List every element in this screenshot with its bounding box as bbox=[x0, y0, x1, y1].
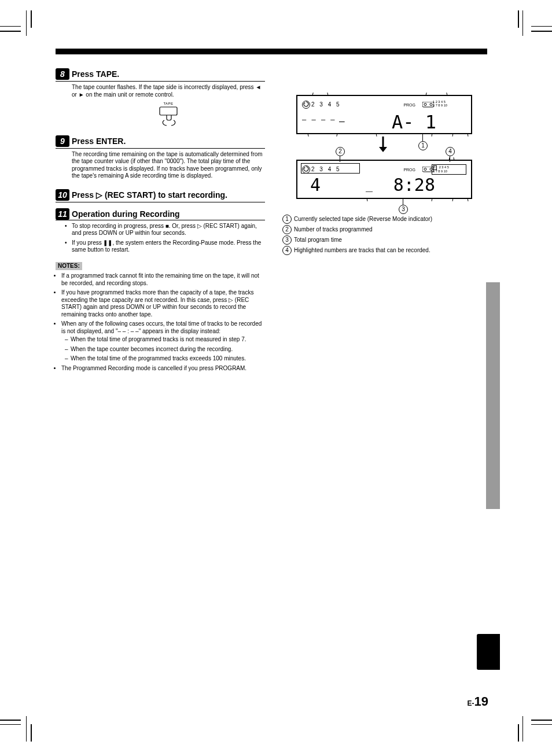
step-8-number: 8 bbox=[56, 68, 69, 80]
step-11-header: 11 Operation during Recording bbox=[56, 207, 265, 221]
cropmark bbox=[531, 26, 552, 27]
note-3-sub-2: When the tape counter becomes incorrect … bbox=[71, 346, 265, 353]
current-disc-bottom bbox=[302, 165, 310, 174]
disc-indicator-bottom: 2 3 4 5 bbox=[302, 165, 341, 174]
disc-indicator-top: 2 3 4 5 bbox=[302, 101, 341, 109]
page-thumb-tab bbox=[477, 634, 500, 670]
step-9-header: 9 Press ENTER. bbox=[56, 134, 265, 149]
cropmark bbox=[0, 31, 21, 32]
tape-icon-top bbox=[422, 102, 434, 109]
cropmark bbox=[31, 10, 32, 28]
dash-left: – – – – bbox=[302, 116, 336, 124]
right-column: 2 3 4 5 PROG 1 2 3 4 5 6 7 8 9 10 – – – … bbox=[282, 67, 484, 256]
step-11-bullet-1: To stop recording in progress, press ■. … bbox=[72, 223, 265, 237]
side-tab bbox=[486, 282, 500, 509]
note-3: When any of the following cases occurs, … bbox=[61, 320, 265, 363]
lcd-bottom: 2 3 4 5 PROG 1 2 3 4 5 6 7 8 9 10 4 _ 8:… bbox=[296, 160, 472, 199]
note-3-sub-3: When the total time of the programmed tr… bbox=[71, 355, 265, 363]
page-number: E-19 bbox=[419, 694, 488, 709]
note-2: If you have programmed tracks more than … bbox=[61, 289, 265, 318]
lcd-bottom-left: 4 bbox=[310, 175, 322, 195]
step-8-title: Press TAPE. bbox=[72, 69, 119, 79]
callout-4: 4 bbox=[446, 147, 455, 156]
step-11-bullet-2: If you press ❚❚, the system enters the R… bbox=[72, 239, 265, 254]
cropmark bbox=[26, 10, 27, 36]
notes-section: NOTES: If a programmed track cannot fit … bbox=[56, 262, 265, 373]
lcd-top-value: A- 1 bbox=[392, 111, 436, 133]
annot-3: Total program time bbox=[294, 237, 342, 243]
cropmark bbox=[522, 10, 523, 36]
tape-button-label: TAPE bbox=[154, 102, 182, 106]
header-rule bbox=[56, 49, 487, 54]
step-11-intro: Operation during Recording bbox=[72, 209, 180, 219]
calendar-bottom: 1 2 3 4 5 6 7 8 9 10 bbox=[433, 165, 466, 173]
step-9-title: Press ENTER. bbox=[72, 137, 126, 146]
annot-num-1: 1 bbox=[282, 215, 292, 224]
cropmark bbox=[531, 724, 552, 725]
step-8-text: The tape counter flashes. If the tape si… bbox=[72, 84, 265, 98]
svg-point-6 bbox=[424, 168, 426, 171]
cropmark bbox=[0, 720, 21, 721]
annot-1: Currently selected tape side (Reverse Mo… bbox=[294, 216, 432, 222]
note-1: If a programmed track cannot fit into th… bbox=[61, 272, 265, 287]
tape-icon-bottom bbox=[422, 167, 434, 174]
step-10-number: 10 bbox=[56, 189, 69, 201]
press-button-icon bbox=[156, 106, 181, 126]
annot-4: Highlighted numbers are tracks that can … bbox=[294, 247, 430, 253]
step-9-body: The recording time remaining on the tape… bbox=[56, 149, 265, 188]
svg-point-2 bbox=[424, 104, 426, 106]
notes-header: NOTES: bbox=[56, 262, 82, 271]
cropmark bbox=[531, 720, 552, 721]
note-3-text: When any of the following cases occurs, … bbox=[61, 320, 262, 334]
manual-page: 8 Press TAPE. The tape counter flashes. … bbox=[0, 0, 552, 756]
cropmark bbox=[26, 716, 27, 742]
left-column: 8 Press TAPE. The tape counter flashes. … bbox=[56, 67, 265, 374]
annot-num-4: 4 bbox=[282, 246, 292, 255]
cropmark bbox=[31, 724, 32, 742]
current-disc-top bbox=[302, 101, 310, 109]
step-11-body: • To stop recording in progress, press ■… bbox=[56, 220, 265, 262]
lcd-top-wrapper: 2 3 4 5 PROG 1 2 3 4 5 6 7 8 9 10 – – – … bbox=[296, 95, 484, 134]
step-9-number: 9 bbox=[56, 135, 69, 147]
cropmark bbox=[531, 31, 552, 32]
step-8-body: The tape counter flashes. If the tape si… bbox=[56, 82, 265, 134]
note-4: The Programmed Recording mode is cancell… bbox=[61, 365, 265, 373]
step-10-title: Press ▷ (REC START) to start recording. bbox=[72, 190, 227, 200]
cropmark bbox=[518, 10, 519, 28]
prog-indicator-bottom: PROG bbox=[403, 168, 415, 172]
page-prefix: E- bbox=[468, 699, 474, 707]
step-10-header: 10 Press ▷ (REC START) to start recordin… bbox=[56, 188, 265, 202]
cropmark bbox=[522, 716, 523, 742]
cropmark bbox=[0, 724, 21, 725]
step-11-number: 11 bbox=[56, 208, 69, 220]
step-8-header: 8 Press TAPE. bbox=[56, 67, 265, 82]
cropmark bbox=[0, 26, 21, 27]
step-10-spacer bbox=[56, 202, 265, 207]
lcd-bottom-mid: _ bbox=[366, 178, 374, 192]
annot-num-3: 3 bbox=[282, 235, 292, 245]
page-num: 19 bbox=[474, 694, 488, 709]
note-3-sub-1: When the total time of programmed tracks… bbox=[71, 336, 265, 344]
callout-1: 1 bbox=[418, 141, 428, 150]
annot-num-2: 2 bbox=[282, 225, 292, 234]
lcd-bottom-wrapper: 2 4 2 3 4 5 PROG 1 2 3 4 5 6 7 8 9 10 bbox=[296, 160, 484, 199]
lcd-bottom-right: 8:28 bbox=[393, 175, 435, 195]
tape-button-figure: TAPE bbox=[154, 102, 182, 126]
svg-point-3 bbox=[430, 104, 432, 106]
calendar-top: 1 2 3 4 5 6 7 8 9 10 bbox=[433, 101, 466, 107]
callout-2: 2 bbox=[336, 147, 345, 156]
annot-2: Number of tracks programmed bbox=[294, 226, 373, 233]
svg-point-7 bbox=[430, 168, 432, 171]
callout-3: 3 bbox=[399, 205, 408, 214]
annotation-list: 1Currently selected tape side (Reverse M… bbox=[282, 214, 484, 256]
cropmark bbox=[518, 724, 519, 742]
lcd-top: 2 3 4 5 PROG 1 2 3 4 5 6 7 8 9 10 – – – … bbox=[296, 95, 472, 134]
svg-rect-0 bbox=[160, 107, 177, 115]
dash-mid: – bbox=[339, 116, 346, 127]
prog-indicator-top: PROG bbox=[403, 103, 415, 107]
